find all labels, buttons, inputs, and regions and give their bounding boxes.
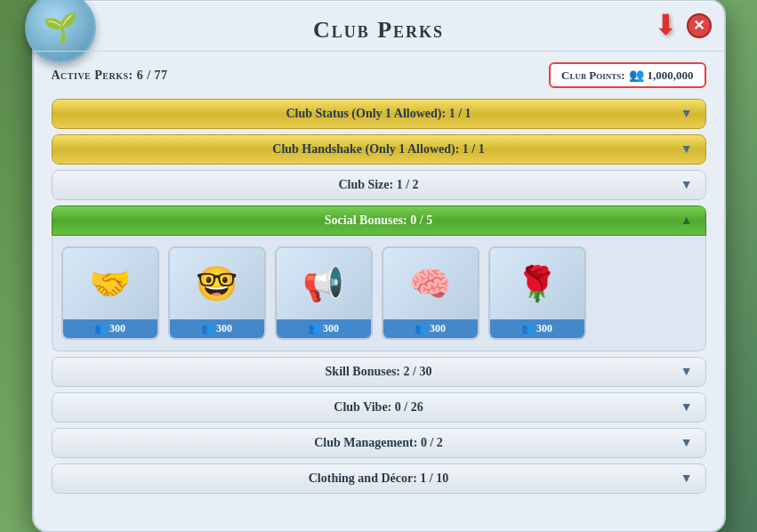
arrow-indicator: ⬇ bbox=[654, 8, 678, 42]
perk-glasses[interactable]: 🤓 👥 300 bbox=[168, 246, 266, 340]
perk-glasses-image: 🤓 bbox=[170, 248, 264, 319]
people-icon: 👥 bbox=[94, 323, 107, 335]
section-club-vibe-label: Club Vibe: 0 / 26 bbox=[334, 400, 423, 415]
perk-brain-image: 🧠 bbox=[383, 248, 478, 319]
section-club-size-header[interactable]: Club Size: 1 / 2 ▼ bbox=[52, 170, 706, 200]
modal-panel: 🌱 Club Perks ⬇ ✕ Active Perks: 6 / 77 Cl… bbox=[32, 0, 726, 532]
section-skill-bonuses: Skill Bonuses: 2 / 30 ▼ bbox=[52, 357, 706, 387]
section-club-vibe: Club Vibe: 0 / 26 ▼ bbox=[52, 392, 706, 423]
chevron-down-icon: ▼ bbox=[680, 436, 693, 450]
perk-brain[interactable]: 🧠 👥 300 bbox=[382, 246, 479, 340]
section-social-bonuses-header[interactable]: Social Bonuses: 0 / 5 ▲ bbox=[52, 206, 706, 236]
perk-handshake-cost: 👥 300 bbox=[63, 319, 157, 338]
perk-loud-image: 📢 bbox=[277, 248, 371, 319]
chevron-down-icon: ▼ bbox=[680, 107, 693, 121]
perk-handshake-cost-value: 300 bbox=[109, 322, 125, 335]
section-club-vibe-header[interactable]: Club Vibe: 0 / 26 ▼ bbox=[52, 392, 706, 423]
stats-row: Active Perks: 6 / 77 Club Points: 👥 1,00… bbox=[52, 62, 706, 88]
perk-loud-cost-value: 300 bbox=[323, 322, 339, 335]
section-club-status-header[interactable]: Club Status (Only 1 Allowed): 1 / 1 ▼ bbox=[52, 99, 706, 129]
section-club-status-label: Club Status (Only 1 Allowed): 1 / 1 bbox=[286, 107, 471, 121]
perk-handshake-image: 🤝 bbox=[63, 248, 157, 319]
section-clothing-decor: Clothing and Décor: 1 / 10 ▼ bbox=[52, 463, 706, 494]
section-club-size: Club Size: 1 / 2 ▼ bbox=[52, 170, 706, 200]
section-club-size-label: Club Size: 1 / 2 bbox=[338, 178, 418, 192]
perk-rose-cost: 👥 300 bbox=[490, 319, 584, 338]
perk-loud-cost: 👥 300 bbox=[277, 319, 371, 338]
chevron-down-icon: ▼ bbox=[680, 178, 693, 192]
perk-rose-image: 🌹 bbox=[490, 248, 584, 319]
section-skill-bonuses-label: Skill Bonuses: 2 / 30 bbox=[326, 365, 432, 379]
perk-rose[interactable]: 🌹 👥 300 bbox=[488, 246, 586, 340]
section-club-management-header[interactable]: Club Management: 0 / 2 ▼ bbox=[52, 428, 706, 458]
active-perks-value: 6 / 77 bbox=[137, 69, 168, 82]
section-clothing-decor-header[interactable]: Clothing and Décor: 1 / 10 ▼ bbox=[52, 463, 706, 494]
section-clothing-decor-label: Clothing and Décor: 1 / 10 bbox=[309, 472, 449, 486]
club-points-badge: Club Points: 👥 1,000,000 bbox=[549, 62, 705, 88]
chevron-down-icon: ▼ bbox=[680, 400, 693, 415]
section-club-status: Club Status (Only 1 Allowed): 1 / 1 ▼ bbox=[52, 99, 706, 129]
perk-handshake[interactable]: 🤝 👥 300 bbox=[61, 246, 159, 340]
perk-rose-cost-value: 300 bbox=[536, 322, 552, 335]
chevron-down-icon: ▼ bbox=[680, 472, 693, 486]
perk-glasses-cost-value: 300 bbox=[216, 322, 232, 335]
people-icon: 👥 bbox=[308, 323, 320, 335]
close-button[interactable]: ✕ bbox=[687, 13, 712, 38]
perk-loud[interactable]: 📢 👥 300 bbox=[275, 246, 373, 340]
section-club-handshake: Club Handshake (Only 1 Allowed): 1 / 1 ▼ bbox=[52, 134, 706, 165]
perk-brain-cost-value: 300 bbox=[430, 322, 446, 335]
people-icon: 👥 bbox=[521, 323, 534, 335]
perk-glasses-cost: 👥 300 bbox=[170, 319, 264, 338]
chevron-up-icon: ▲ bbox=[680, 214, 693, 228]
modal-body: Active Perks: 6 / 77 Club Points: 👥 1,00… bbox=[34, 52, 724, 510]
active-perks-display: Active Perks: 6 / 77 bbox=[52, 69, 168, 83]
people-icon: 👥 bbox=[629, 68, 644, 83]
modal-header: Club Perks ⬇ ✕ bbox=[34, 1, 724, 52]
page-title: Club Perks bbox=[52, 17, 706, 44]
section-social-bonuses: Social Bonuses: 0 / 5 ▲ 🤝 👥 300 🤓 👥 300 bbox=[52, 206, 706, 351]
section-club-handshake-header[interactable]: Club Handshake (Only 1 Allowed): 1 / 1 ▼ bbox=[52, 134, 706, 165]
section-club-management: Club Management: 0 / 2 ▼ bbox=[52, 428, 706, 458]
section-club-management-label: Club Management: 0 / 2 bbox=[314, 436, 443, 450]
active-perks-label: Active Perks: bbox=[52, 69, 133, 82]
section-skill-bonuses-header[interactable]: Skill Bonuses: 2 / 30 ▼ bbox=[52, 357, 706, 387]
chevron-down-icon: ▼ bbox=[680, 365, 693, 379]
people-icon: 👥 bbox=[415, 323, 427, 335]
people-icon: 👥 bbox=[201, 323, 213, 335]
club-points-value: 1,000,000 bbox=[648, 69, 694, 83]
chevron-down-icon: ▼ bbox=[680, 142, 693, 157]
section-club-handshake-label: Club Handshake (Only 1 Allowed): 1 / 1 bbox=[272, 142, 484, 157]
club-points-label: Club Points: bbox=[561, 69, 624, 83]
perk-brain-cost: 👥 300 bbox=[383, 319, 478, 338]
perks-grid: 🤝 👥 300 🤓 👥 300 📢 👥 bbox=[52, 236, 706, 351]
section-social-bonuses-label: Social Bonuses: 0 / 5 bbox=[325, 214, 432, 228]
